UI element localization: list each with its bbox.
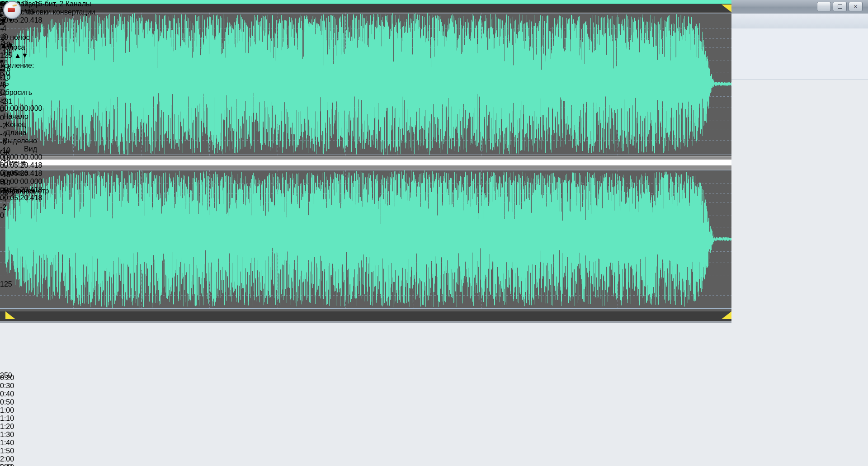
band-slider-track[interactable] [0,197,323,280]
preset-combo[interactable]: ▲▼ [0,16,121,26]
bands-groupbox: 10 полос ▲▼ Полоса 125 ▲▼ Усиление: 6,0 … [0,33,323,148]
band-label: 125 [0,280,323,288]
gain-unit-label: дБ [0,80,323,88]
ok-button[interactable]: ОК [0,148,36,158]
band-slider-track[interactable] [0,380,323,463]
reset-button[interactable]: Сбросить [0,88,40,98]
presets-caption: Предустановки конвертации [0,8,323,16]
close-button[interactable]: ✕ [849,2,863,11]
band-label: 500 [0,463,323,466]
band-slider-track[interactable] [0,106,323,189]
minimize-button[interactable]: – [817,2,831,11]
equalizer-dialog: Эквалайзер Предустановки конвертации ▲▼ … [0,0,323,196]
band-select-spinner-icon[interactable]: ▲▼ [14,52,28,59]
gain-label: Усиление: [0,61,323,70]
dialog-title[interactable]: Эквалайзер [0,0,323,8]
band-label: 250 [0,372,323,380]
maximize-button[interactable] [833,2,847,11]
band-label: <31 [0,98,323,106]
help-button[interactable]: Справка [0,168,36,178]
app-window: Soft4Boost Audio Studio 2.1 - Неактивиро… [0,0,868,466]
add-to-favorites-button[interactable]: В избранное [0,178,38,187]
band-select-label: Полоса [0,43,323,52]
gain-field[interactable]: 6,0 [0,70,17,80]
bands-count-combo[interactable]: 10 полос ▲▼ [0,33,35,43]
cancel-button[interactable]: Отмена [0,158,36,168]
window-controls: – ✕ [817,2,863,11]
band-select-combo[interactable]: 125 ▲▼ [0,52,34,61]
presets-groupbox: Предустановки конвертации ▲▼ ✕ [0,8,323,33]
band-slider-track[interactable] [0,288,323,372]
app-icon[interactable] [3,1,21,19]
preview-button[interactable]: Предпросмотр [0,187,40,196]
